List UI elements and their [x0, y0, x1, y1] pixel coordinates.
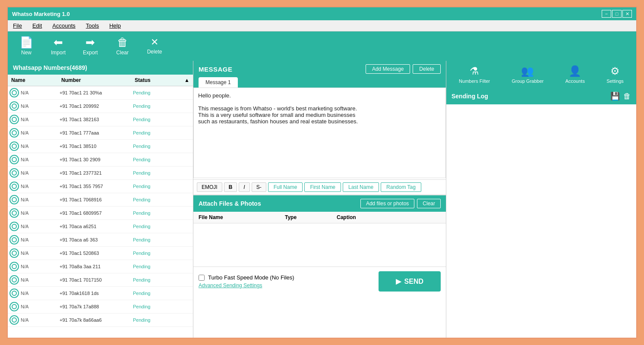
message-header: MESSAGE Add Message Delete	[193, 61, 446, 77]
message-textarea[interactable]	[193, 88, 446, 178]
row-avatar	[9, 195, 19, 204]
group-grabber-button[interactable]: 👥 Group Grabber	[503, 63, 552, 85]
table-row[interactable]: N/A +91 70ac1 209992 Pending	[8, 100, 193, 113]
table-row[interactable]: N/A +91 70ac1 6809957 Pending	[8, 207, 193, 220]
minimize-button[interactable]: −	[602, 10, 611, 18]
strikethrough-button[interactable]: S-	[252, 182, 266, 192]
row-number: +91 70ac1 209992	[60, 104, 133, 109]
row-name: N/A	[21, 237, 60, 242]
numbers-filter-button[interactable]: ⚗ Numbers Filter	[450, 63, 499, 85]
full-name-button[interactable]: Full Name	[268, 182, 303, 192]
attach-table-header: File Name Type Caption	[193, 212, 446, 223]
tab-message-1[interactable]: Message 1	[199, 77, 238, 88]
menu-file[interactable]: File	[11, 22, 24, 30]
row-status: Pending	[133, 117, 191, 122]
add-files-button[interactable]: Add files or photos	[360, 199, 414, 208]
table-row[interactable]: N/A +91 70a7k 17a888 Pending	[8, 300, 193, 314]
row-number: +91 70ac1 2377321	[60, 170, 133, 176]
message-tabs: Message 1	[193, 77, 446, 88]
import-label: Import	[51, 50, 66, 56]
maximize-button[interactable]: □	[612, 10, 622, 18]
message-header-buttons: Add Message Delete	[366, 64, 441, 74]
table-row[interactable]: N/A +91 70ac1 7068916 Pending	[8, 193, 193, 207]
row-number: +91 70ac1 38510	[60, 144, 133, 149]
settings-button[interactable]: ⚙ Settings	[598, 63, 632, 85]
send-button[interactable]: ▶ SEND	[379, 271, 441, 292]
col-header-status: Status	[135, 77, 184, 83]
delete-button[interactable]: ✕ Delete	[139, 34, 170, 58]
table-row[interactable]: N/A +91 70ac1 38510 Pending	[8, 140, 193, 153]
attach-table-body	[193, 223, 446, 267]
row-name: N/A	[21, 144, 60, 149]
row-status: Pending	[133, 197, 191, 202]
row-number: +91 70ak1618 1ds	[60, 291, 133, 296]
bold-button[interactable]: B	[224, 182, 237, 192]
attach-header-buttons: Add files or photos Clear	[360, 199, 441, 208]
turbo-checkbox[interactable]	[199, 275, 205, 281]
turbo-label: Turbo Fast Speed Mode (No Files)	[208, 274, 294, 281]
clear-attach-button[interactable]: Clear	[417, 199, 441, 208]
row-avatar	[9, 155, 19, 164]
row-number: +91 70a7k 17a888	[60, 304, 133, 309]
table-row[interactable]: N/A +91 70a8a 3aa 211 Pending	[8, 260, 193, 273]
emoji-button[interactable]: EMOJI	[197, 182, 222, 192]
row-avatar	[9, 88, 19, 97]
accounts-button[interactable]: 👤 Accounts	[557, 63, 593, 85]
last-name-button[interactable]: Last Name	[343, 182, 379, 192]
row-avatar	[9, 302, 19, 311]
row-status: Pending	[133, 317, 191, 323]
table-row[interactable]: N/A +91 70ac1 777aaa Pending	[8, 126, 193, 140]
random-tag-button[interactable]: Random Tag	[381, 182, 421, 192]
first-name-button[interactable]: First Name	[304, 182, 341, 192]
menu-help[interactable]: Help	[107, 22, 123, 30]
close-button[interactable]: ✕	[622, 10, 632, 18]
log-delete-button[interactable]: 🗑	[623, 91, 631, 101]
log-save-button[interactable]: 💾	[610, 91, 620, 101]
row-number: +91 70aca a6 363	[60, 237, 133, 242]
table-row[interactable]: N/A +91 70aca a6251 Pending	[8, 220, 193, 233]
table-row[interactable]: N/A +91 70ak1618 1ds Pending	[8, 287, 193, 300]
send-label: SEND	[404, 278, 423, 285]
add-message-button[interactable]: Add Message	[366, 64, 410, 74]
main-toolbar: 📄 New ⬅ Import ➡ Export 🗑 Clear ✕ Delete	[8, 31, 636, 61]
new-button[interactable]: 📄 New	[11, 34, 41, 58]
export-button[interactable]: ➡ Export	[75, 34, 106, 58]
table-row[interactable]: N/A +91 70ac1 21 30%a Pending	[8, 86, 193, 100]
row-name: N/A	[21, 197, 60, 202]
table-row[interactable]: N/A +91 70ac1 355 7957 Pending	[8, 180, 193, 193]
menu-accounts[interactable]: Accounts	[51, 22, 77, 30]
middle-panel: MESSAGE Add Message Delete Message 1 EMO…	[193, 61, 446, 338]
settings-label: Settings	[606, 78, 624, 84]
clear-button[interactable]: 🗑 Clear	[107, 34, 138, 58]
row-status: Pending	[133, 104, 191, 109]
row-avatar	[9, 128, 19, 138]
table-row[interactable]: N/A +91 70aca a6 363 Pending	[8, 233, 193, 247]
row-avatar	[9, 315, 19, 325]
new-icon: 📄	[19, 37, 33, 48]
row-status: Pending	[133, 251, 191, 256]
menu-edit[interactable]: Edit	[31, 22, 44, 30]
message-title: MESSAGE	[199, 66, 233, 73]
table-row[interactable]: N/A +91 70ac1 2377321 Pending	[8, 166, 193, 180]
table-row[interactable]: N/A +91 70ac1 382163 Pending	[8, 113, 193, 126]
italic-button[interactable]: I	[239, 182, 249, 192]
row-name: N/A	[21, 304, 60, 309]
row-name: N/A	[21, 210, 60, 216]
table-row[interactable]: N/A +91 70ac1 7017150 Pending	[8, 273, 193, 287]
table-row[interactable]: N/A +91 70ac1 30 2909 Pending	[8, 153, 193, 166]
message-formatting-toolbar: EMOJI B I S- Full Name First Name Last N…	[193, 179, 446, 195]
menubar: File Edit Accounts Tools Help	[8, 20, 636, 31]
import-button[interactable]: ⬅ Import	[43, 34, 73, 58]
row-status: Pending	[133, 130, 191, 135]
menu-tools[interactable]: Tools	[84, 22, 101, 30]
row-number: +91 70ac1 355 7957	[60, 184, 133, 189]
row-name: N/A	[21, 130, 60, 135]
row-avatar	[9, 115, 19, 124]
table-row[interactable]: N/A +91 70a7k 8a66aa6 Pending	[8, 314, 193, 327]
send-icon: ▶	[396, 277, 401, 285]
advanced-sending-link[interactable]: Advanced Sending Settings	[199, 282, 294, 289]
table-row[interactable]: N/A +91 70ac1 520863 Pending	[8, 247, 193, 260]
col-header-number: Number	[61, 77, 135, 83]
row-avatar	[9, 262, 19, 271]
delete-message-button[interactable]: Delete	[413, 64, 441, 74]
